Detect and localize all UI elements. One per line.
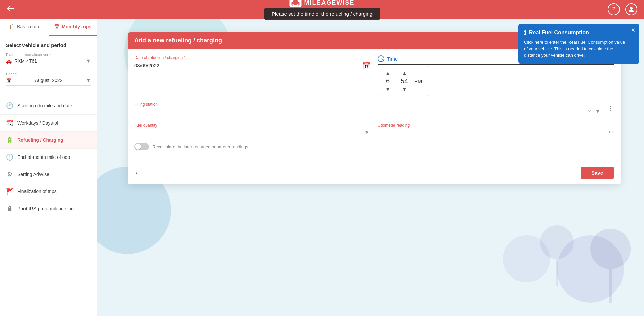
- app-header: MILEAGEWISE Please set the time of the r…: [0, 0, 644, 19]
- date-value-row[interactable]: 08/09/2022 📅: [134, 61, 371, 72]
- hour-down-button[interactable]: ▼: [385, 86, 391, 92]
- hour-value: 6: [383, 77, 393, 85]
- tab-basic-data[interactable]: 📋 Basic data: [0, 19, 49, 36]
- svg-point-10: [610, 106, 611, 107]
- period-field-group: Period 📅 August, 2022 ▼: [6, 72, 91, 86]
- hour-col: ▲ 6 ▼: [383, 70, 393, 92]
- odometer-label: Odometer reading: [378, 123, 614, 128]
- minute-down-button[interactable]: ▼: [401, 86, 407, 92]
- sidebar-item-end-month-label: End-of-month mile of odo: [17, 154, 70, 160]
- sidebar-item-adwise[interactable]: ⚙ Setting AdWise: [0, 166, 97, 183]
- svg-point-12: [610, 110, 611, 111]
- form-row-filling: Filling station ▼: [134, 102, 614, 117]
- plate-chevron-icon: ▼: [86, 58, 91, 64]
- car-icon: 🚗: [6, 58, 12, 64]
- monthly-trips-icon: 📅: [54, 24, 60, 29]
- odometer-row[interactable]: mi: [378, 129, 614, 137]
- minute-value: 54: [400, 77, 409, 85]
- time-colon: :: [395, 77, 397, 85]
- odo-icon: 🕐: [6, 102, 13, 109]
- sidebar-divider-1: [0, 95, 97, 95]
- help-button[interactable]: ?: [608, 3, 620, 15]
- refueling-icon: 🔋: [6, 136, 13, 144]
- filling-station-select[interactable]: [134, 108, 592, 115]
- odometer-input[interactable]: [378, 129, 607, 135]
- sidebar-item-workdays-label: Workdays / Days-off: [17, 120, 60, 126]
- info-panel-close-button[interactable]: ✕: [631, 27, 635, 33]
- fuel-quantity-input[interactable]: [134, 129, 362, 135]
- date-field: Date of refueling / charging * 08/09/202…: [134, 55, 371, 72]
- minute-up-button[interactable]: ▲: [401, 70, 407, 76]
- time-clock-icon: [378, 55, 384, 62]
- sidebar-item-finalization[interactable]: 🚩 Finalization of trips: [0, 183, 97, 200]
- filling-station-field: Filling station ▼: [134, 102, 600, 117]
- svg-point-5: [590, 229, 631, 269]
- info-panel-title: ℹ Real Fuel Consumption: [524, 29, 627, 36]
- svg-point-6: [540, 225, 574, 259]
- tab-monthly-trips-label: Monthly trips: [62, 24, 91, 29]
- time-picker: ▲ 6 ▼ : ▲ 54 ▼ PM: [378, 66, 428, 96]
- sidebar-item-workdays[interactable]: 📆 Workdays / Days-off: [0, 115, 97, 132]
- tab-monthly-trips[interactable]: 📅 Monthly trips: [49, 19, 97, 36]
- minute-col: ▲ 54 ▼: [400, 70, 409, 92]
- logo-icon: [289, 0, 301, 7]
- calendar-icon: 📅: [6, 78, 12, 83]
- filling-station-more-icon[interactable]: [607, 105, 614, 117]
- odometer-field: Odometer reading mi: [378, 123, 614, 137]
- app-logo: MILEAGEWISE: [289, 0, 354, 7]
- user-button[interactable]: [625, 3, 637, 15]
- form-row-fuel-odo: Fuel quantity gal Odometer reading mi: [134, 123, 614, 137]
- time-label-text: Time: [387, 56, 398, 62]
- finalization-icon: 🚩: [6, 188, 13, 195]
- adwise-icon: ⚙: [6, 171, 13, 178]
- sidebar-item-refueling-label: Refueling / Charging: [17, 137, 63, 143]
- modal-title: Add a new refueling / charging: [134, 37, 222, 44]
- sidebar-item-starting-odo-label: Starting odo mile and date: [17, 103, 72, 108]
- plate-value[interactable]: 🚗 RXM 4T61 ▼: [6, 58, 91, 66]
- info-panel[interactable]: ✕ ℹ Real Fuel Consumption Click here to …: [518, 24, 639, 64]
- sidebar-item-refueling[interactable]: 🔋 Refueling / Charging: [0, 132, 97, 149]
- toggle-knob: [135, 144, 141, 150]
- calendar-field-icon[interactable]: 📅: [362, 61, 371, 70]
- filling-station-chevron-icon: ▼: [595, 108, 600, 115]
- hour-up-button[interactable]: ▲: [385, 70, 391, 76]
- save-button[interactable]: Save: [581, 167, 614, 179]
- sidebar-item-print[interactable]: 🖨 Print IRS-proof mileage log: [0, 200, 97, 217]
- sidebar-nav: 🕐 Starting odo mile and date 📆 Workdays …: [0, 97, 97, 217]
- main-content: ✕ ℹ Real Fuel Consumption Click here to …: [97, 19, 644, 316]
- sidebar-tabs: 📋 Basic data 📅 Monthly trips: [0, 19, 97, 36]
- svg-point-2: [292, 4, 294, 6]
- tab-basic-data-label: Basic data: [17, 24, 39, 29]
- sidebar-item-adwise-label: Setting AdWise: [17, 172, 49, 177]
- sidebar-item-finalization-label: Finalization of trips: [17, 189, 57, 194]
- recalculate-toggle[interactable]: [134, 143, 149, 150]
- modal-back-button[interactable]: ←: [134, 169, 142, 177]
- vehicle-section-title: Select vehicle and period: [6, 42, 91, 48]
- sidebar-item-starting-odo[interactable]: 🕐 Starting odo mile and date: [0, 97, 97, 115]
- period-select[interactable]: 📅 August, 2022 ▼: [6, 77, 91, 86]
- fuel-quantity-row[interactable]: gal: [134, 129, 371, 137]
- svg-point-11: [610, 108, 611, 109]
- toggle-row: Recalculate the later recorded odometer …: [134, 143, 614, 150]
- modal-footer: ← Save: [128, 163, 621, 184]
- tooltip-banner: Please set the time of the refueling / c…: [264, 8, 380, 20]
- filling-station-row: ▼: [134, 108, 600, 117]
- date-value: 08/09/2022: [134, 63, 159, 69]
- date-label: Date of refueling / charging *: [134, 55, 371, 60]
- modal-body: Date of refueling / charging * 08/09/202…: [128, 49, 621, 163]
- plate-label: Plate number/make/driver *: [6, 53, 91, 57]
- basic-data-icon: 📋: [9, 24, 15, 29]
- time-ampm: PM: [414, 78, 422, 84]
- vehicle-section: Select vehicle and period Plate number/m…: [0, 36, 97, 93]
- fuel-quantity-label: Fuel quantity: [134, 123, 371, 128]
- info-panel-body: Click here to enter the Real Fuel Consum…: [524, 39, 627, 59]
- workdays-icon: 📆: [6, 119, 13, 127]
- sidebar-item-end-month[interactable]: 🕐 End-of-month mile of odo: [0, 149, 97, 166]
- print-icon: 🖨: [6, 205, 13, 212]
- period-label: Period: [6, 72, 91, 76]
- svg-line-9: [381, 59, 382, 59]
- filling-station-label: Filling station: [134, 102, 600, 107]
- back-button[interactable]: [7, 6, 15, 13]
- odometer-unit: mi: [609, 129, 614, 134]
- period-chevron-icon: ▼: [86, 77, 91, 83]
